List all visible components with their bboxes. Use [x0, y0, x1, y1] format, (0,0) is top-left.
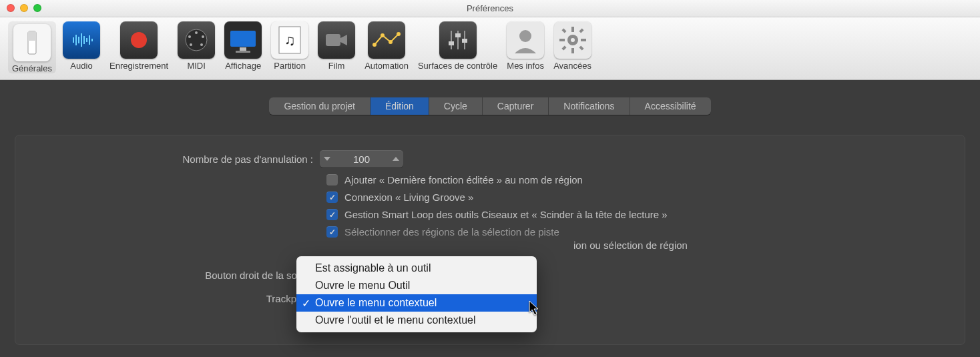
undo-steps-label: Nombre de pas d'annulation :	[33, 153, 320, 165]
svg-point-24	[373, 43, 377, 47]
record-icon	[120, 21, 158, 59]
toolbar-label: Avancées	[553, 61, 591, 71]
svg-rect-32	[455, 33, 461, 37]
toolbar-label: Affichage	[225, 61, 261, 71]
toolbar-midi[interactable]: MIDI	[175, 21, 218, 71]
score-icon: ♫	[271, 21, 308, 59]
svg-rect-33	[462, 39, 467, 43]
cursor-icon	[529, 300, 541, 319]
options-list: Ajouter « Dernière fonction éditée » au …	[326, 174, 947, 238]
menu-item-tool-menu[interactable]: Ouvre le menu Outil	[296, 277, 537, 294]
toolbar-advanced[interactable]: Avancées	[551, 21, 594, 71]
titlebar: Préférences	[0, 0, 980, 17]
check-add-last-function[interactable]: Ajouter « Dernière fonction éditée » au …	[326, 174, 947, 186]
svg-point-16	[190, 43, 192, 46]
check-select-regions[interactable]: Sélectionner des régions de la sélection…	[326, 226, 947, 238]
menu-item-tool-and-context[interactable]: Ouvre l'outil et le menu contextuel	[296, 312, 537, 329]
svg-rect-31	[449, 41, 454, 45]
toolbar-recording[interactable]: Enregistrement	[107, 21, 171, 71]
stepper-up-icon[interactable]	[389, 150, 403, 167]
waveform-icon	[63, 21, 100, 59]
toolbar-audio[interactable]: Audio	[60, 21, 103, 71]
toolbar-control-surfaces[interactable]: Surfaces de contrôle	[415, 21, 500, 71]
toolbar-label: Partition	[274, 61, 306, 71]
svg-point-27	[397, 32, 401, 36]
tab-accessibility[interactable]: Accessibilité	[630, 97, 711, 115]
undo-steps-stepper[interactable]: 100	[320, 150, 403, 167]
toolbar-automation[interactable]: Automation	[362, 21, 411, 71]
svg-point-26	[389, 40, 393, 44]
svg-rect-20	[236, 51, 250, 53]
midi-icon	[178, 21, 215, 59]
svg-rect-39	[581, 39, 586, 41]
menu-item-assignable[interactable]: Est assignable à un outil	[296, 260, 537, 277]
trackpad-label: Trackpad :	[33, 293, 320, 304]
faders-icon	[439, 21, 477, 59]
close-icon[interactable]	[7, 4, 15, 12]
svg-text:♫: ♫	[284, 32, 296, 49]
window-title: Préférences	[0, 3, 980, 13]
svg-rect-42	[579, 28, 583, 33]
svg-rect-19	[240, 47, 246, 51]
right-mouse-menu[interactable]: Est assignable à un outil Ouvre le menu …	[296, 256, 537, 332]
undo-steps-row: Nombre de pas d'annulation : 100	[33, 150, 947, 167]
person-icon	[507, 21, 544, 59]
toolbar-my-info[interactable]: Mes infos	[504, 21, 547, 71]
toolbar-label: Enregistrement	[109, 61, 168, 71]
menu-item-context-menu[interactable]: Ouvre le menu contextuel	[296, 294, 537, 312]
check-label: Sélectionner des régions de la sélection…	[344, 226, 559, 238]
tab-editing[interactable]: Édition	[371, 97, 429, 115]
obscured-text-tail: ion ou sélection de région	[573, 240, 947, 251]
content-area: Gestion du projet Édition Cycle Capturer…	[0, 80, 980, 357]
svg-point-25	[381, 33, 385, 37]
gear-icon	[554, 21, 591, 59]
camera-icon	[318, 21, 355, 59]
svg-rect-18	[230, 31, 256, 47]
svg-rect-43	[561, 45, 566, 50]
svg-rect-1	[28, 31, 36, 41]
check-living-groove[interactable]: Connexion « Living Groove »	[326, 192, 947, 203]
toolbar-label: Surfaces de contrôle	[418, 61, 497, 71]
checkbox-icon[interactable]	[326, 174, 338, 186]
automation-icon	[368, 21, 405, 59]
svg-point-13	[195, 31, 198, 34]
check-label: Gestion Smart Loop des outils Ciseaux et…	[344, 209, 668, 220]
subtab-bar: Gestion du projet Édition Cycle Capturer…	[15, 97, 965, 115]
zoom-icon[interactable]	[33, 4, 41, 12]
svg-rect-40	[561, 28, 566, 33]
stepper-down-icon[interactable]	[320, 150, 334, 167]
svg-point-17	[200, 43, 203, 46]
check-label: Ajouter « Dernière fonction éditée » au …	[344, 174, 583, 186]
minimize-icon[interactable]	[20, 4, 28, 12]
undo-steps-value: 100	[334, 151, 389, 167]
svg-rect-41	[579, 45, 583, 50]
tab-notifications[interactable]: Notifications	[549, 97, 630, 115]
window-controls	[7, 4, 41, 12]
tab-cycle[interactable]: Cycle	[429, 97, 483, 115]
toolbar-label: Audio	[70, 61, 92, 71]
toolbar-display[interactable]: Affichage	[222, 21, 264, 71]
svg-point-15	[202, 35, 204, 38]
display-icon	[224, 21, 262, 59]
toolbar-label: Générales	[12, 63, 52, 73]
svg-rect-38	[559, 39, 565, 41]
toolbar-label: Automation	[364, 61, 409, 71]
svg-point-14	[188, 35, 191, 38]
svg-point-34	[519, 30, 531, 42]
switch-icon	[13, 24, 51, 61]
toolbar-label: MIDI	[187, 61, 205, 71]
svg-point-11	[131, 32, 147, 48]
checkbox-icon[interactable]	[326, 192, 338, 203]
toolbar-label: Film	[328, 61, 345, 71]
svg-rect-36	[571, 27, 574, 32]
check-smart-loop[interactable]: Gestion Smart Loop des outils Ciseaux et…	[326, 209, 947, 220]
toolbar-general[interactable]: Générales	[8, 21, 56, 73]
checkbox-icon[interactable]	[326, 209, 338, 220]
tab-project-management[interactable]: Gestion du projet	[269, 97, 371, 115]
svg-rect-23	[326, 34, 340, 46]
tab-capture[interactable]: Capturer	[483, 97, 549, 115]
checkbox-icon[interactable]	[326, 226, 338, 238]
toolbar-score[interactable]: ♫ Partition	[268, 21, 311, 71]
toolbar-movie[interactable]: Film	[315, 21, 358, 71]
toolbar-label: Mes infos	[507, 61, 544, 71]
